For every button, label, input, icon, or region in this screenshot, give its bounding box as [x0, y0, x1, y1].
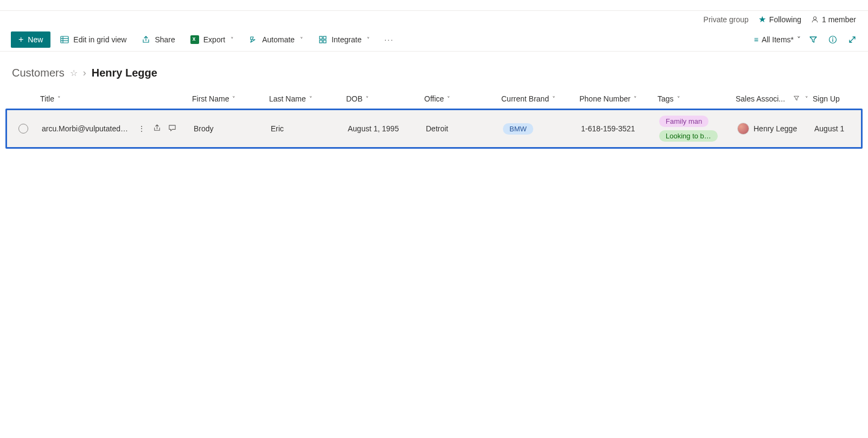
chevron-down-icon: ˅	[309, 96, 312, 103]
column-header-first-name[interactable]: First Name ˅	[190, 94, 267, 103]
filter-icon	[809, 35, 818, 44]
chevron-down-icon: ˅	[367, 36, 370, 43]
avatar	[737, 123, 749, 135]
share-icon	[142, 35, 150, 44]
members-label: 1 member	[822, 15, 856, 24]
column-header-dob[interactable]: DOB ˅	[344, 94, 422, 103]
chevron-down-icon: ˅	[552, 96, 556, 103]
export-label: Export	[203, 35, 225, 44]
column-header-sales-associate[interactable]: Sales Associ... ˅	[733, 94, 810, 103]
breadcrumb: Customers ☆ › Henry Legge	[0, 52, 868, 89]
favorite-star-button[interactable]: ☆	[70, 68, 78, 78]
column-header-label: Title	[40, 94, 54, 103]
comment-icon	[168, 124, 176, 132]
group-type-label: Private group	[704, 15, 749, 24]
column-header-label: Sales Associ...	[736, 94, 785, 103]
cell-last-name[interactable]: Eric	[269, 124, 346, 133]
list-lines-icon: ≡	[754, 35, 758, 44]
members-link[interactable]: 1 member	[811, 15, 856, 24]
row-select-cell[interactable]	[7, 124, 40, 134]
edit-in-grid-button[interactable]: Edit in grid view	[55, 32, 132, 47]
expand-button[interactable]	[847, 35, 857, 45]
following-toggle[interactable]: ★ Following	[758, 15, 801, 24]
column-header-title[interactable]: Title ˅	[38, 94, 190, 103]
row-comment-button[interactable]	[167, 124, 177, 134]
column-header-last-name[interactable]: Last Name ˅	[267, 94, 344, 103]
svg-rect-1	[61, 36, 68, 43]
command-bar: + New Edit in grid view Share Export ˅ A…	[0, 28, 868, 52]
chevron-down-icon: ˅	[447, 96, 450, 103]
share-button[interactable]: Share	[136, 32, 180, 47]
column-header-label: Current Brand	[501, 94, 549, 103]
star-filled-icon: ★	[758, 15, 766, 24]
chevron-down-icon: ˅	[58, 96, 61, 103]
cell-current-brand[interactable]: BMW	[501, 123, 579, 135]
export-button[interactable]: Export ˅	[185, 32, 239, 47]
top-divider	[0, 0, 868, 11]
column-header-sign-up[interactable]: Sign Up	[810, 94, 868, 103]
person-name: Henry Legge	[754, 124, 797, 133]
flow-icon	[249, 35, 258, 44]
tag-pill: Family man	[659, 116, 709, 127]
list-table: Title ˅ First Name ˅ Last Name ˅ DOB ˅ O…	[0, 89, 868, 149]
command-bar-right-icons	[808, 35, 857, 45]
cell-dob[interactable]: August 1, 1995	[346, 124, 424, 133]
cell-first-name[interactable]: Brody	[192, 124, 269, 133]
column-header-tags[interactable]: Tags ˅	[655, 94, 733, 103]
info-button[interactable]	[828, 35, 838, 45]
chevron-down-icon: ˅	[232, 96, 235, 103]
person-icon	[811, 16, 819, 23]
column-header-office[interactable]: Office ˅	[422, 94, 499, 103]
column-header-phone[interactable]: Phone Number ˅	[577, 94, 655, 103]
following-label: Following	[769, 15, 801, 24]
share-label: Share	[155, 35, 175, 44]
breadcrumb-separator-icon: ›	[83, 67, 86, 79]
column-header-current-brand[interactable]: Current Brand ˅	[499, 94, 577, 103]
chevron-down-icon: ˅	[677, 96, 680, 103]
cell-phone[interactable]: 1-618-159-3521	[579, 124, 657, 133]
breadcrumb-current: Henry Legge	[92, 67, 157, 79]
automate-button[interactable]: Automate ˅	[244, 32, 309, 47]
svg-rect-8	[323, 40, 326, 43]
cell-title-text: arcu.Morbi@vulputatedui...	[42, 124, 131, 133]
cell-title[interactable]: arcu.Morbi@vulputatedui... ⋮	[40, 124, 192, 134]
svg-point-10	[832, 37, 833, 39]
expand-icon	[848, 35, 857, 44]
row-more-button[interactable]: ⋮	[137, 124, 146, 133]
cell-sign-up[interactable]: August 1	[812, 124, 868, 133]
integrate-button[interactable]: Integrate ˅	[313, 32, 375, 47]
brand-pill: BMW	[503, 123, 533, 135]
view-switcher[interactable]: ≡ All Items* ˅	[754, 35, 801, 44]
integrate-label: Integrate	[331, 35, 361, 44]
cell-sales-associate[interactable]: Henry Legge	[735, 123, 812, 135]
person-chip: Henry Legge	[737, 123, 810, 135]
selected-row-highlight: arcu.Morbi@vulputatedui... ⋮ Brody Eric …	[5, 109, 863, 149]
row-share-button[interactable]	[152, 124, 162, 134]
edit-in-grid-label: Edit in grid view	[73, 35, 126, 44]
checkbox-circle-icon[interactable]	[18, 124, 28, 134]
svg-rect-6	[323, 36, 326, 39]
column-header-label: Last Name	[269, 94, 306, 103]
chevron-down-icon: ˅	[366, 96, 369, 103]
more-commands-button[interactable]: ···	[380, 32, 398, 47]
site-header-meta: Private group ★ Following 1 member	[0, 11, 868, 28]
svg-rect-5	[320, 36, 322, 39]
column-header-label: DOB	[346, 94, 362, 103]
column-header-label: Sign Up	[813, 94, 840, 103]
column-header-label: Tags	[658, 94, 674, 103]
new-button[interactable]: + New	[11, 31, 50, 48]
chevron-down-icon: ˅	[797, 35, 801, 44]
filter-button[interactable]	[808, 35, 818, 45]
column-filter-icon[interactable]	[793, 95, 800, 103]
chevron-down-icon: ˅	[231, 36, 234, 43]
column-header-label: Office	[424, 94, 444, 103]
table-row[interactable]: arcu.Morbi@vulputatedui... ⋮ Brody Eric …	[7, 110, 861, 147]
svg-rect-7	[320, 40, 322, 43]
breadcrumb-root[interactable]: Customers	[12, 67, 65, 79]
table-header-row: Title ˅ First Name ˅ Last Name ˅ DOB ˅ O…	[5, 89, 863, 109]
share-icon	[153, 124, 161, 132]
cell-tags[interactable]: Family man Looking to buy s...	[657, 111, 735, 146]
column-header-label: Phone Number	[579, 94, 630, 103]
view-switcher-label: All Items*	[762, 35, 794, 44]
cell-office[interactable]: Detroit	[424, 124, 501, 133]
